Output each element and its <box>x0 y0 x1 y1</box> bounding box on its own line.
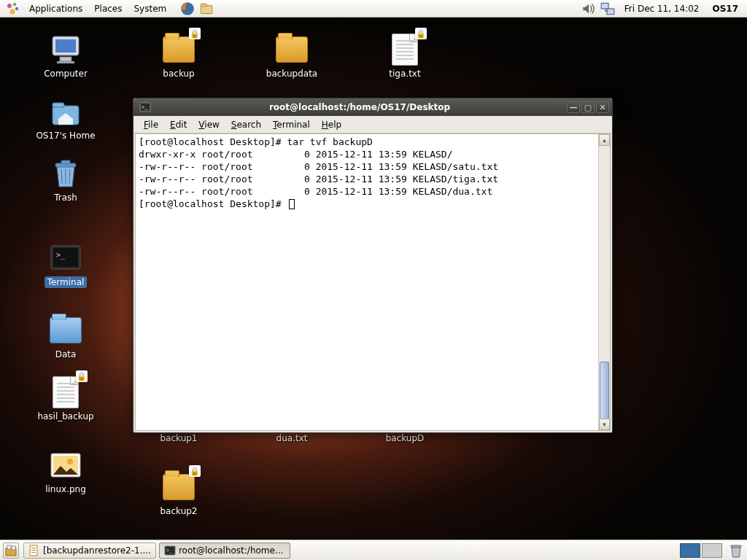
home-desktop-icon[interactable]: OS17's Home <box>26 94 106 141</box>
maximize-button[interactable]: ▢ <box>581 101 595 113</box>
data-folder-icon[interactable]: Data <box>26 313 106 359</box>
icon-label: tiga.txt <box>389 69 420 79</box>
svg-point-0 <box>7 4 12 8</box>
terminal-menubar: File Edit View Search Terminal Help <box>133 116 612 133</box>
menu-file[interactable]: File <box>138 118 164 131</box>
svg-rect-12 <box>57 61 74 63</box>
menu-help[interactable]: Help <box>316 118 347 131</box>
scroll-down-button[interactable]: ▾ <box>599 419 610 430</box>
user-menu[interactable]: OS17 <box>706 4 744 14</box>
workspace-switcher[interactable] <box>680 543 722 558</box>
terminal-output[interactable]: [root@localhost Desktop]# tar tvf backup… <box>136 134 598 430</box>
lock-emblem-icon: 🔒 <box>189 28 201 39</box>
lock-emblem-icon: 🔒 <box>189 465 201 477</box>
svg-text:>_: >_ <box>142 104 148 110</box>
icon-label: backupD <box>386 433 425 443</box>
icon-label: OS17's Home <box>36 131 95 141</box>
terminal-scrollbar[interactable]: ▴ ▾ <box>598 134 610 430</box>
bottom-panel: [backupdanrestore2-1.... >_ root@localho… <box>0 540 747 560</box>
terminal-task-icon: >_ <box>164 545 176 556</box>
task-label: root@localhost:/home... <box>179 545 283 556</box>
terminal-titlebar-icon: >_ <box>139 101 151 113</box>
svg-rect-6 <box>201 4 207 6</box>
task-button-terminal[interactable]: >_ root@localhost:/home... <box>159 542 290 559</box>
icon-label: hasil_backup <box>37 411 93 421</box>
volume-icon[interactable] <box>581 1 597 17</box>
scroll-up-button[interactable]: ▴ <box>599 134 610 146</box>
menu-view[interactable]: View <box>193 118 225 131</box>
close-button[interactable]: ✕ <box>596 101 609 113</box>
svg-rect-32 <box>31 548 36 548</box>
icon-label: backupdata <box>266 69 317 79</box>
network-icon[interactable] <box>600 1 616 17</box>
svg-rect-10 <box>55 39 76 52</box>
svg-point-2 <box>15 7 18 9</box>
svg-text:>_: >_ <box>56 251 66 260</box>
backup-folder-icon[interactable]: 🔒 backup <box>139 32 219 79</box>
minimize-button[interactable]: — <box>567 101 580 113</box>
window-title: root@localhost:/home/OS17/Desktop <box>154 102 565 112</box>
workspace-1[interactable] <box>680 543 700 558</box>
linux-png-icon[interactable]: linux.png <box>26 448 106 494</box>
terminal-window: >_ root@localhost:/home/OS17/Desktop — ▢… <box>133 98 613 433</box>
icon-label: backup1 <box>160 433 197 443</box>
nautilus-launcher-icon[interactable] <box>198 1 214 17</box>
firefox-launcher-icon[interactable] <box>179 1 196 17</box>
icon-label: backup2 <box>160 506 197 516</box>
svg-rect-7 <box>601 3 608 9</box>
svg-rect-33 <box>31 550 36 551</box>
icon-label: Terminal <box>44 276 88 288</box>
svg-point-25 <box>67 459 73 464</box>
window-titlebar[interactable]: >_ root@localhost:/home/OS17/Desktop — ▢… <box>133 98 612 116</box>
icon-label: Trash <box>54 192 77 203</box>
task-label: [backupdanrestore2-1.... <box>43 545 151 556</box>
backup2-folder-icon[interactable]: 🔒 backup2 <box>139 470 219 516</box>
terminal-body: [root@localhost Desktop]# tar tvf backup… <box>135 133 611 431</box>
show-desktop-button[interactable] <box>3 542 19 559</box>
task-button-document[interactable]: [backupdanrestore2-1.... <box>23 542 156 559</box>
terminal-desktop-icon[interactable]: >_ Terminal <box>26 240 106 288</box>
icon-label: linux.png <box>45 484 86 494</box>
svg-point-1 <box>13 2 16 5</box>
trash-desktop-icon[interactable]: Trash <box>26 156 106 203</box>
svg-rect-34 <box>31 552 36 553</box>
applications-menu[interactable]: Applications <box>23 1 88 16</box>
svg-rect-11 <box>60 57 71 61</box>
workspace-2[interactable] <box>702 543 722 558</box>
menu-search[interactable]: Search <box>225 118 267 131</box>
lock-emblem-icon: 🔒 <box>76 370 88 382</box>
icon-label: dua.txt <box>276 433 308 443</box>
icon-label: Data <box>55 349 77 359</box>
places-menu[interactable]: Places <box>88 1 128 16</box>
terminal-cursor <box>289 199 295 209</box>
menu-terminal[interactable]: Terminal <box>267 118 316 131</box>
svg-rect-30 <box>12 546 15 550</box>
clock[interactable]: Fri Dec 11, 14:02 <box>617 4 707 14</box>
svg-rect-37 <box>731 545 741 548</box>
svg-rect-29 <box>7 545 11 549</box>
svg-text:>_: >_ <box>166 548 173 553</box>
system-menu[interactable]: System <box>128 1 172 16</box>
hasil-backup-file-icon[interactable]: 🔒 hasil_backup <box>26 375 106 421</box>
trash-applet-icon[interactable] <box>728 542 744 559</box>
tiga-txt-file-icon[interactable]: 🔒 tiga.txt <box>365 32 445 79</box>
menu-edit[interactable]: Edit <box>164 118 193 131</box>
svg-point-3 <box>10 9 15 14</box>
document-task-icon <box>28 545 40 556</box>
lock-emblem-icon: 🔒 <box>415 28 427 39</box>
top-panel: Applications Places System Fri Dec 11, 1… <box>0 0 747 18</box>
desktop[interactable]: Computer OS17's Home Trash >_ Terminal D… <box>0 18 747 540</box>
computer-desktop-icon[interactable]: Computer <box>26 32 106 79</box>
icon-label: Computer <box>44 69 88 79</box>
svg-rect-16 <box>61 160 70 164</box>
icon-label: backup <box>163 69 194 79</box>
svg-rect-14 <box>53 103 64 107</box>
backupdata-folder-icon[interactable]: backupdata <box>252 32 332 79</box>
scroll-thumb[interactable] <box>600 362 609 420</box>
gnome-foot-icon <box>6 1 20 16</box>
